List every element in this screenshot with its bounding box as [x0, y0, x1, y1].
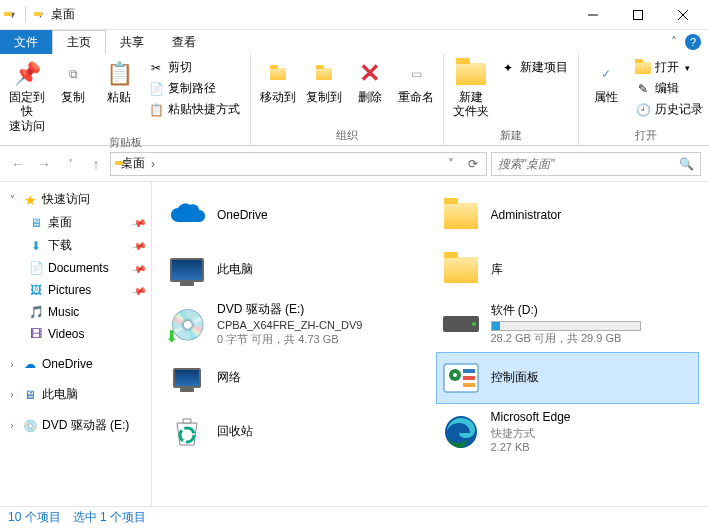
sidebar-item-dvd[interactable]: ›💿DVD 驱动器 (E:)	[0, 414, 151, 437]
chevron-down-icon: ▾	[685, 63, 690, 73]
item-label: OneDrive	[217, 208, 268, 224]
back-button[interactable]: ←	[8, 154, 28, 174]
item-label: 控制面板	[491, 370, 539, 386]
control-panel-icon	[441, 358, 481, 398]
ribbon-tabs: 文件 主页 共享 查看 ˄ ?	[0, 30, 709, 54]
search-input[interactable]	[498, 157, 679, 171]
up-button[interactable]: ↑	[86, 154, 106, 174]
collapse-ribbon-icon[interactable]: ˄	[671, 35, 677, 49]
group-new: 新建 文件夹 ✦新建项目 新建	[444, 54, 579, 145]
sidebar-item-desktop[interactable]: 🖥桌面📌	[0, 211, 151, 234]
sidebar-item-onedrive[interactable]: ›☁OneDrive	[0, 353, 151, 375]
sidebar-item-documents[interactable]: 📄Documents📌	[0, 257, 151, 279]
sidebar-item-videos[interactable]: 🎞Videos	[0, 323, 151, 345]
copy-icon: ⧉	[57, 60, 89, 88]
edit-icon: ✎	[635, 81, 651, 97]
new-folder-button[interactable]: 新建 文件夹	[450, 58, 492, 119]
pin-to-quick-access-button[interactable]: 📌 固定到快 速访问	[6, 58, 48, 133]
sidebar-item-downloads[interactable]: ⬇下载📌	[0, 234, 151, 257]
open-button[interactable]: 打开▾	[631, 58, 707, 77]
item-administrator[interactable]: Administrator	[436, 190, 700, 242]
cut-button[interactable]: ✂剪切	[144, 58, 244, 77]
ribbon-body: 📌 固定到快 速访问 ⧉ 复制 📋 粘贴 ✂剪切 📄复制路径 📋粘贴快捷方式 剪…	[0, 54, 709, 146]
sidebar-item-pictures[interactable]: 🖼Pictures📌	[0, 279, 151, 301]
download-icon: ⬇	[28, 238, 44, 254]
computer-icon: 🖥	[22, 387, 38, 403]
item-thispc[interactable]: 此电脑	[162, 244, 426, 296]
video-icon: 🎞	[28, 326, 44, 342]
chevron-right-icon[interactable]: ›	[151, 157, 155, 171]
properties-button[interactable]: ✓属性	[585, 58, 627, 104]
document-icon: 📄	[28, 260, 44, 276]
tab-file[interactable]: 文件	[0, 30, 52, 54]
delete-button[interactable]: ✕删除	[349, 58, 391, 104]
pin-icon: 📌	[131, 282, 147, 298]
close-button[interactable]	[660, 0, 705, 30]
item-network[interactable]: 网络	[162, 352, 426, 404]
item-dvd[interactable]: 💿⬇ DVD 驱动器 (E:) CPBA_X64FRE_ZH-CN_DV9 0 …	[162, 298, 426, 350]
item-libraries[interactable]: 库	[436, 244, 700, 296]
shortcut-icon: 📋	[148, 102, 164, 118]
cloud-icon: ☁	[22, 356, 38, 372]
svg-rect-8	[463, 376, 475, 380]
maximize-icon	[633, 10, 643, 20]
item-edge[interactable]: Microsoft Edge 快捷方式 2.27 KB	[436, 406, 700, 458]
copy-to-button[interactable]: 复制到	[303, 58, 345, 104]
minimize-button[interactable]	[570, 0, 615, 30]
chevron-down-icon[interactable]: ˅	[6, 194, 18, 205]
item-detail: 2.27 KB	[491, 440, 571, 454]
pin-icon: 📌	[11, 60, 43, 88]
copy-button[interactable]: ⧉ 复制	[52, 58, 94, 104]
address-bar-row: ← → ˅ ↑ 桌面 › ˅ ⟳ 🔍	[0, 146, 709, 182]
chevron-right-icon[interactable]: ›	[6, 359, 18, 370]
chevron-right-icon[interactable]: ›	[6, 389, 18, 400]
item-onedrive[interactable]: OneDrive	[162, 190, 426, 242]
paste-shortcut-button[interactable]: 📋粘贴快捷方式	[144, 100, 244, 119]
sidebar-item-music[interactable]: 🎵Music	[0, 301, 151, 323]
new-folder-icon	[455, 60, 487, 88]
search-icon[interactable]: 🔍	[679, 157, 694, 171]
history-button[interactable]: 🕘历史记录	[631, 100, 707, 119]
chevron-right-icon[interactable]: ›	[6, 420, 18, 431]
tab-share[interactable]: 共享	[106, 30, 158, 54]
recent-locations-button[interactable]: ˅	[60, 154, 80, 174]
breadcrumb[interactable]: 桌面 › ˅ ⟳	[110, 152, 487, 176]
item-recycle-bin[interactable]: 回收站	[162, 406, 426, 458]
disc-icon: 💿⬇	[167, 304, 207, 344]
new-item-icon: ✦	[500, 60, 516, 76]
paste-button[interactable]: 📋 粘贴	[98, 58, 140, 104]
sidebar-item-thispc[interactable]: ›🖥此电脑	[0, 383, 151, 406]
group-open: ✓属性 打开▾ ✎编辑 🕘历史记录 打开	[579, 54, 709, 145]
drive-icon	[441, 304, 481, 344]
search-box[interactable]: 🔍	[491, 152, 701, 176]
copy-path-button[interactable]: 📄复制路径	[144, 79, 244, 98]
file-list: OneDrive Administrator 此电脑 库 💿⬇ DVD 驱动器 …	[152, 182, 709, 506]
rename-button[interactable]: ▭重命名	[395, 58, 437, 104]
new-item-button[interactable]: ✦新建项目	[496, 58, 572, 77]
item-sublabel: CPBA_X64FRE_ZH-CN_DV9	[217, 318, 363, 332]
breadcrumb-dropdown[interactable]: ˅	[444, 157, 458, 171]
move-to-button[interactable]: 移动到	[257, 58, 299, 104]
item-label: 库	[491, 262, 503, 278]
edit-button[interactable]: ✎编辑	[631, 79, 707, 98]
tab-home[interactable]: 主页	[52, 30, 106, 54]
ribbon-right: ˄ ?	[671, 30, 709, 54]
item-control-panel[interactable]: 控制面板	[436, 352, 700, 404]
paste-icon: 📋	[103, 60, 135, 88]
minimize-icon	[588, 10, 598, 20]
svg-point-6	[453, 373, 457, 377]
history-icon: 🕘	[635, 102, 651, 118]
maximize-button[interactable]	[615, 0, 660, 30]
delete-x-icon: ✕	[354, 60, 386, 88]
sidebar-item-quick-access[interactable]: ˅★快速访问	[0, 188, 151, 211]
computer-icon	[167, 250, 207, 290]
forward-button[interactable]: →	[34, 154, 54, 174]
breadcrumb-segment[interactable]: 桌面	[121, 155, 145, 172]
refresh-button[interactable]: ⟳	[464, 157, 482, 171]
window-controls	[570, 0, 705, 30]
item-software-drive[interactable]: 软件 (D:) 28.2 GB 可用，共 29.9 GB	[436, 298, 700, 350]
quick-access-toolbar: ▼ ▾	[4, 7, 43, 23]
properties-icon: ✓	[590, 60, 622, 88]
tab-view[interactable]: 查看	[158, 30, 210, 54]
help-icon[interactable]: ?	[685, 34, 701, 50]
